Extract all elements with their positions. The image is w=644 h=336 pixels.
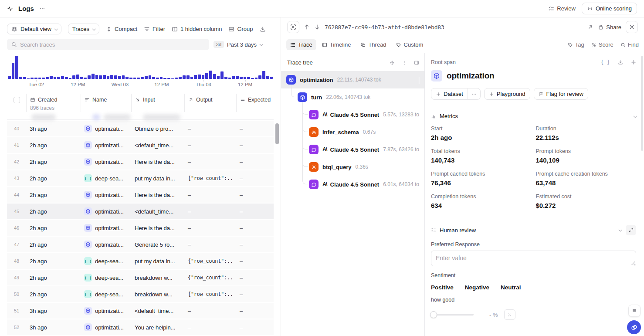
find-button[interactable]: Find: [620, 41, 639, 48]
histogram-bar[interactable]: [236, 76, 239, 79]
histogram-bar[interactable]: [251, 78, 254, 79]
histogram-bar[interactable]: [61, 76, 64, 79]
table-row[interactable]: 462h agooptimizati...Here is the da...––: [7, 220, 274, 236]
histogram-bar[interactable]: [80, 77, 83, 79]
select-all-checkbox[interactable]: [14, 97, 20, 103]
prev-trace-arrow-icon[interactable]: [304, 24, 310, 30]
histogram-bar[interactable]: [179, 77, 182, 79]
next-trace-arrow-icon[interactable]: [314, 24, 320, 30]
table-row[interactable]: 452h agooptimizati...<default_time...––: [7, 204, 274, 219]
histogram-bar[interactable]: [224, 77, 227, 79]
table-row[interactable]: 523h agooptimizati...You are helpin...––: [7, 319, 274, 335]
tree-span-claude-4-5-sonnet[interactable]: A\Claude 4.5 Sonnet5.57s, 13283 tok: [281, 106, 424, 123]
histogram-bar[interactable]: [186, 75, 190, 79]
column-header-input[interactable]: Input: [131, 94, 184, 112]
view-selector[interactable]: Default view: [7, 24, 61, 34]
histogram-bar[interactable]: [76, 75, 79, 79]
table-row[interactable]: 513h agooptimizati...<default_time...––: [7, 303, 274, 319]
histogram-bar[interactable]: [240, 77, 243, 79]
histogram-bar[interactable]: [122, 75, 125, 79]
histogram-bar[interactable]: [54, 77, 57, 79]
table-row[interactable]: 442h agooptimizati...Here is the da...––: [7, 187, 274, 203]
histogram-bar[interactable]: [220, 71, 224, 79]
histogram-bar[interactable]: [183, 75, 186, 79]
histogram-bar[interactable]: [175, 78, 178, 79]
kebab-menu-icon[interactable]: [402, 60, 407, 65]
move-icon[interactable]: [631, 60, 636, 65]
json-braces-icon[interactable]: { }: [600, 59, 610, 65]
histogram-bar[interactable]: [152, 77, 155, 79]
table-row[interactable]: 432h ago( )deep-sea...put my data in...{…: [7, 170, 274, 186]
histogram-bar[interactable]: [156, 78, 159, 79]
histogram-bar[interactable]: [19, 77, 22, 79]
search-box[interactable]: [7, 39, 209, 50]
table-row[interactable]: 403h agooptimizati...Otimize o pro...––: [7, 121, 274, 136]
download-icon[interactable]: [260, 26, 266, 32]
column-header-created[interactable]: Created 896 traces: [26, 94, 81, 112]
focus-span-button[interactable]: [287, 21, 299, 33]
histogram-bar[interactable]: [103, 75, 106, 79]
histogram-bar[interactable]: [114, 75, 117, 79]
assistant-fab-button[interactable]: [627, 320, 641, 334]
histogram-bar[interactable]: [69, 78, 72, 79]
column-header-output[interactable]: Output: [184, 94, 236, 112]
histogram-bar[interactable]: [65, 77, 68, 79]
compact-toggle[interactable]: Compact: [106, 26, 137, 32]
histogram-bar[interactable]: [72, 75, 75, 79]
histogram-bar[interactable]: [88, 75, 91, 79]
review-button[interactable]: Review: [548, 5, 576, 12]
histogram-bar[interactable]: [244, 77, 247, 79]
histogram-bar[interactable]: [160, 77, 163, 79]
histogram-bar[interactable]: [217, 76, 220, 79]
histogram-bar[interactable]: [34, 78, 37, 79]
histogram-bar[interactable]: [255, 78, 258, 79]
table-row[interactable]: 412h agooptimizati...<default_time...––: [7, 137, 274, 153]
add-to-dataset-button[interactable]: Dataset: [431, 88, 468, 100]
clear-score-button[interactable]: [504, 309, 515, 320]
histogram-bar[interactable]: [194, 75, 197, 79]
tree-span-claude-4-5-sonnet[interactable]: A\Claude 4.5 Sonnet7.87s, 63426 tok: [281, 141, 424, 158]
online-scoring-button[interactable]: Online scoring: [582, 3, 637, 14]
trace-volume-histogram[interactable]: Tue 0212 PMWed 0312 PMThu 0412 PM: [7, 55, 274, 89]
tab-custom[interactable]: Custom: [392, 39, 427, 50]
tree-span-claude-4-5-sonnet[interactable]: A\Claude 4.5 Sonnet6.01s, 64034 tok: [281, 176, 424, 193]
histogram-bar[interactable]: [163, 78, 166, 79]
table-row[interactable]: 422h agooptimizati...Here is the da...––: [7, 154, 274, 170]
time-range-selector[interactable]: 3d Past 3 days: [214, 41, 274, 48]
flag-for-review-button[interactable]: Flag for review: [534, 88, 588, 100]
tree-span-turn[interactable]: turn22.06s, 140743 tok: [281, 88, 424, 106]
histogram-bar[interactable]: [262, 71, 265, 79]
chevron-down-icon[interactable]: [633, 114, 637, 118]
histogram-bar[interactable]: [15, 56, 18, 79]
sentiment-option-negative[interactable]: Negative: [465, 284, 489, 291]
tree-span-infer-schema[interactable]: infer_schema0.67s: [281, 123, 424, 141]
histogram-bar[interactable]: [46, 77, 49, 79]
table-scrollbar-thumb[interactable]: [275, 123, 279, 144]
chevron-down-icon[interactable]: [618, 228, 622, 231]
tag-button[interactable]: Tag: [568, 41, 584, 48]
hidden-columns-button[interactable]: 1 hidden column: [172, 26, 222, 32]
histogram-bar[interactable]: [198, 75, 201, 79]
dataset-more-button[interactable]: [468, 88, 481, 100]
histogram-bar[interactable]: [232, 76, 235, 79]
group-button[interactable]: Group: [228, 26, 253, 32]
table-row[interactable]: 482h ago( )deep-sea...put my data in...{…: [7, 253, 274, 269]
histogram-bar[interactable]: [258, 75, 261, 79]
tab-timeline[interactable]: Timeline: [318, 39, 355, 50]
sentiment-option-neutral[interactable]: Neutral: [501, 284, 521, 291]
tree-span-btql-query[interactable]: btql_query0.36s: [281, 158, 424, 176]
histogram-bar[interactable]: [31, 78, 34, 79]
histogram-bar[interactable]: [23, 77, 26, 79]
histogram-bar[interactable]: [141, 77, 144, 79]
detail-scrollbar-thumb[interactable]: [641, 56, 643, 151]
expand-review-button[interactable]: [626, 225, 636, 235]
share-button[interactable]: Share: [598, 24, 621, 31]
histogram-bar[interactable]: [133, 78, 136, 79]
close-panel-button[interactable]: [626, 21, 638, 33]
preferred-response-input[interactable]: [431, 251, 636, 266]
histogram-bar[interactable]: [50, 76, 53, 79]
more-menu-icon[interactable]: [39, 6, 45, 12]
search-input[interactable]: [20, 41, 205, 48]
floating-menu-button[interactable]: [628, 305, 641, 317]
histogram-bar[interactable]: [202, 75, 205, 79]
